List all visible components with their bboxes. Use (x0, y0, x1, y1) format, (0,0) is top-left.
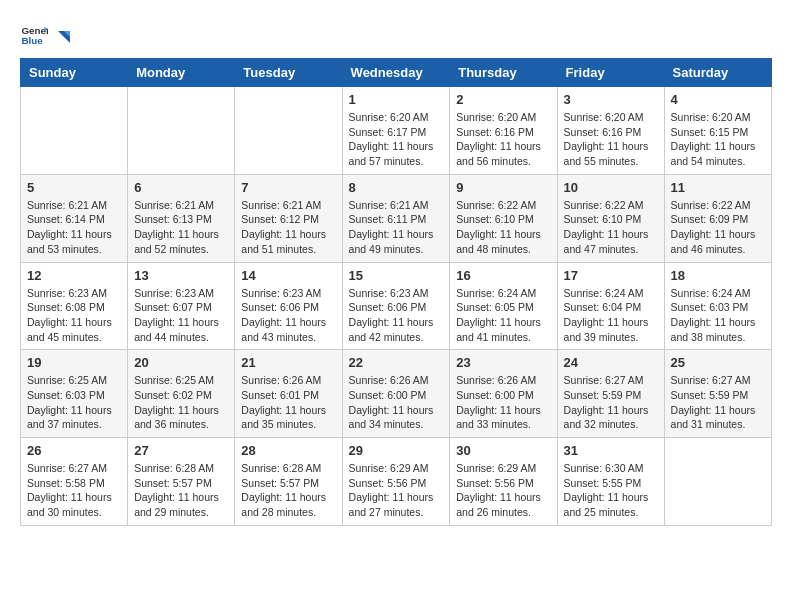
calendar-header-friday: Friday (557, 59, 664, 87)
calendar-cell (235, 87, 342, 175)
day-number: 11 (671, 180, 765, 195)
day-number: 29 (349, 443, 444, 458)
day-info: Sunrise: 6:21 AM Sunset: 6:11 PM Dayligh… (349, 198, 444, 257)
day-info: Sunrise: 6:21 AM Sunset: 6:12 PM Dayligh… (241, 198, 335, 257)
calendar-cell: 29Sunrise: 6:29 AM Sunset: 5:56 PM Dayli… (342, 438, 450, 526)
day-info: Sunrise: 6:21 AM Sunset: 6:14 PM Dayligh… (27, 198, 121, 257)
day-info: Sunrise: 6:28 AM Sunset: 5:57 PM Dayligh… (241, 461, 335, 520)
day-number: 23 (456, 355, 550, 370)
day-number: 22 (349, 355, 444, 370)
day-info: Sunrise: 6:30 AM Sunset: 5:55 PM Dayligh… (564, 461, 658, 520)
calendar-week-row: 12Sunrise: 6:23 AM Sunset: 6:08 PM Dayli… (21, 262, 772, 350)
day-info: Sunrise: 6:24 AM Sunset: 6:03 PM Dayligh… (671, 286, 765, 345)
day-info: Sunrise: 6:22 AM Sunset: 6:09 PM Dayligh… (671, 198, 765, 257)
day-number: 6 (134, 180, 228, 195)
day-info: Sunrise: 6:27 AM Sunset: 5:59 PM Dayligh… (671, 373, 765, 432)
day-number: 27 (134, 443, 228, 458)
calendar-week-row: 5Sunrise: 6:21 AM Sunset: 6:14 PM Daylig… (21, 174, 772, 262)
svg-text:Blue: Blue (21, 35, 43, 46)
day-info: Sunrise: 6:26 AM Sunset: 6:00 PM Dayligh… (456, 373, 550, 432)
day-number: 30 (456, 443, 550, 458)
day-number: 3 (564, 92, 658, 107)
day-number: 17 (564, 268, 658, 283)
day-info: Sunrise: 6:24 AM Sunset: 6:04 PM Dayligh… (564, 286, 658, 345)
calendar-header-saturday: Saturday (664, 59, 771, 87)
calendar-cell: 25Sunrise: 6:27 AM Sunset: 5:59 PM Dayli… (664, 350, 771, 438)
calendar-cell: 20Sunrise: 6:25 AM Sunset: 6:02 PM Dayli… (128, 350, 235, 438)
calendar-cell: 21Sunrise: 6:26 AM Sunset: 6:01 PM Dayli… (235, 350, 342, 438)
day-number: 26 (27, 443, 121, 458)
calendar-cell: 18Sunrise: 6:24 AM Sunset: 6:03 PM Dayli… (664, 262, 771, 350)
day-number: 8 (349, 180, 444, 195)
calendar-cell: 22Sunrise: 6:26 AM Sunset: 6:00 PM Dayli… (342, 350, 450, 438)
day-info: Sunrise: 6:25 AM Sunset: 6:03 PM Dayligh… (27, 373, 121, 432)
day-number: 13 (134, 268, 228, 283)
calendar-cell: 1Sunrise: 6:20 AM Sunset: 6:17 PM Daylig… (342, 87, 450, 175)
day-number: 24 (564, 355, 658, 370)
day-info: Sunrise: 6:25 AM Sunset: 6:02 PM Dayligh… (134, 373, 228, 432)
calendar-cell: 3Sunrise: 6:20 AM Sunset: 6:16 PM Daylig… (557, 87, 664, 175)
day-info: Sunrise: 6:20 AM Sunset: 6:15 PM Dayligh… (671, 110, 765, 169)
calendar-week-row: 26Sunrise: 6:27 AM Sunset: 5:58 PM Dayli… (21, 438, 772, 526)
day-number: 5 (27, 180, 121, 195)
day-number: 28 (241, 443, 335, 458)
calendar-cell: 27Sunrise: 6:28 AM Sunset: 5:57 PM Dayli… (128, 438, 235, 526)
calendar-week-row: 19Sunrise: 6:25 AM Sunset: 6:03 PM Dayli… (21, 350, 772, 438)
calendar-cell: 8Sunrise: 6:21 AM Sunset: 6:11 PM Daylig… (342, 174, 450, 262)
calendar-cell: 23Sunrise: 6:26 AM Sunset: 6:00 PM Dayli… (450, 350, 557, 438)
day-number: 2 (456, 92, 550, 107)
calendar-cell: 6Sunrise: 6:21 AM Sunset: 6:13 PM Daylig… (128, 174, 235, 262)
logo: General Blue (20, 20, 74, 48)
calendar-week-row: 1Sunrise: 6:20 AM Sunset: 6:17 PM Daylig… (21, 87, 772, 175)
day-info: Sunrise: 6:29 AM Sunset: 5:56 PM Dayligh… (349, 461, 444, 520)
calendar-cell: 24Sunrise: 6:27 AM Sunset: 5:59 PM Dayli… (557, 350, 664, 438)
calendar-cell: 13Sunrise: 6:23 AM Sunset: 6:07 PM Dayli… (128, 262, 235, 350)
day-info: Sunrise: 6:23 AM Sunset: 6:06 PM Dayligh… (349, 286, 444, 345)
calendar-cell (21, 87, 128, 175)
calendar-cell: 14Sunrise: 6:23 AM Sunset: 6:06 PM Dayli… (235, 262, 342, 350)
day-info: Sunrise: 6:20 AM Sunset: 6:16 PM Dayligh… (456, 110, 550, 169)
calendar-cell: 30Sunrise: 6:29 AM Sunset: 5:56 PM Dayli… (450, 438, 557, 526)
day-number: 9 (456, 180, 550, 195)
calendar-cell: 10Sunrise: 6:22 AM Sunset: 6:10 PM Dayli… (557, 174, 664, 262)
day-info: Sunrise: 6:23 AM Sunset: 6:06 PM Dayligh… (241, 286, 335, 345)
calendar-cell: 4Sunrise: 6:20 AM Sunset: 6:15 PM Daylig… (664, 87, 771, 175)
day-number: 1 (349, 92, 444, 107)
day-number: 31 (564, 443, 658, 458)
calendar-table: SundayMondayTuesdayWednesdayThursdayFrid… (20, 58, 772, 526)
day-number: 15 (349, 268, 444, 283)
day-number: 10 (564, 180, 658, 195)
day-number: 19 (27, 355, 121, 370)
day-number: 16 (456, 268, 550, 283)
calendar-cell: 28Sunrise: 6:28 AM Sunset: 5:57 PM Dayli… (235, 438, 342, 526)
day-info: Sunrise: 6:22 AM Sunset: 6:10 PM Dayligh… (564, 198, 658, 257)
header: General Blue (20, 20, 772, 48)
calendar-header-row: SundayMondayTuesdayWednesdayThursdayFrid… (21, 59, 772, 87)
day-number: 21 (241, 355, 335, 370)
day-number: 4 (671, 92, 765, 107)
day-info: Sunrise: 6:27 AM Sunset: 5:59 PM Dayligh… (564, 373, 658, 432)
day-number: 12 (27, 268, 121, 283)
calendar-cell: 19Sunrise: 6:25 AM Sunset: 6:03 PM Dayli… (21, 350, 128, 438)
calendar-cell: 12Sunrise: 6:23 AM Sunset: 6:08 PM Dayli… (21, 262, 128, 350)
day-info: Sunrise: 6:26 AM Sunset: 6:01 PM Dayligh… (241, 373, 335, 432)
day-info: Sunrise: 6:27 AM Sunset: 5:58 PM Dayligh… (27, 461, 121, 520)
calendar-cell: 16Sunrise: 6:24 AM Sunset: 6:05 PM Dayli… (450, 262, 557, 350)
day-info: Sunrise: 6:29 AM Sunset: 5:56 PM Dayligh… (456, 461, 550, 520)
day-info: Sunrise: 6:20 AM Sunset: 6:17 PM Dayligh… (349, 110, 444, 169)
day-info: Sunrise: 6:21 AM Sunset: 6:13 PM Dayligh… (134, 198, 228, 257)
day-info: Sunrise: 6:24 AM Sunset: 6:05 PM Dayligh… (456, 286, 550, 345)
calendar-header-wednesday: Wednesday (342, 59, 450, 87)
day-info: Sunrise: 6:23 AM Sunset: 6:08 PM Dayligh… (27, 286, 121, 345)
calendar-cell: 31Sunrise: 6:30 AM Sunset: 5:55 PM Dayli… (557, 438, 664, 526)
calendar-cell: 17Sunrise: 6:24 AM Sunset: 6:04 PM Dayli… (557, 262, 664, 350)
calendar-cell (128, 87, 235, 175)
logo-arrow-icon (54, 27, 74, 47)
calendar-header-tuesday: Tuesday (235, 59, 342, 87)
calendar-header-sunday: Sunday (21, 59, 128, 87)
day-info: Sunrise: 6:23 AM Sunset: 6:07 PM Dayligh… (134, 286, 228, 345)
calendar-cell: 5Sunrise: 6:21 AM Sunset: 6:14 PM Daylig… (21, 174, 128, 262)
calendar-cell: 7Sunrise: 6:21 AM Sunset: 6:12 PM Daylig… (235, 174, 342, 262)
calendar-cell (664, 438, 771, 526)
day-number: 14 (241, 268, 335, 283)
